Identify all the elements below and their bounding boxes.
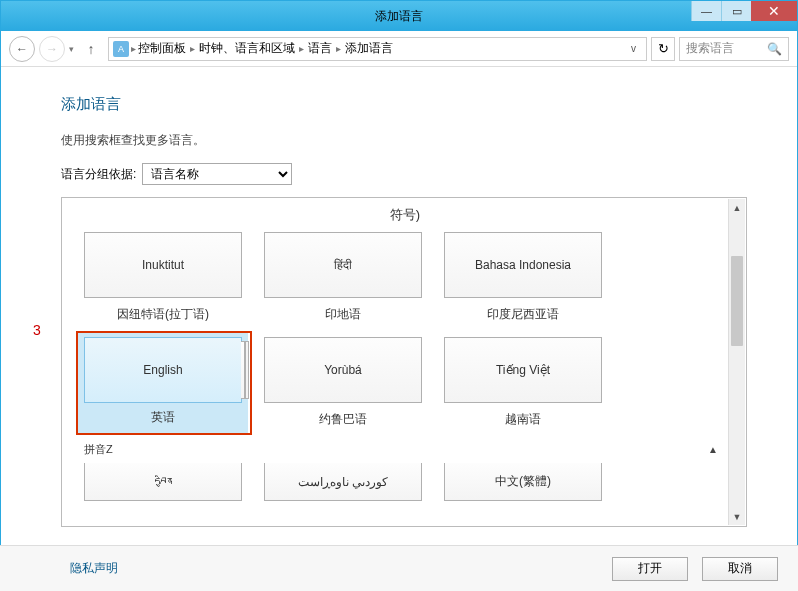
breadcrumb-item[interactable]: 添加语言 xyxy=(345,40,393,57)
maximize-button[interactable]: ▭ xyxy=(721,1,751,21)
language-label: 英语 xyxy=(84,409,242,426)
language-tile[interactable]: དབྱིན xyxy=(84,463,242,501)
section-header-label: 拼音Z xyxy=(84,442,113,457)
search-icon: 🔍 xyxy=(767,42,782,56)
annotation-marker: 3 xyxy=(33,322,41,338)
chevron-right-icon: ▸ xyxy=(336,43,341,54)
chevron-right-icon: ▸ xyxy=(190,43,195,54)
window-controls: — ▭ ✕ xyxy=(691,1,797,21)
content-area: 添加语言 使用搜索框查找更多语言。 语言分组依据: 语言名称 3 符号) Inu… xyxy=(1,67,797,537)
language-tile[interactable]: Yorùbá xyxy=(264,337,422,403)
navigation-bar: ← → ▾ ↑ A ▸ 控制面板 ▸ 时钟、语言和区域 ▸ 语言 ▸ 添加语言 … xyxy=(1,31,797,67)
breadcrumb: 控制面板 ▸ 时钟、语言和区域 ▸ 语言 ▸ 添加语言 xyxy=(138,40,393,57)
language-row: Inuktitut 因纽特语(拉丁语) हिंदी 印地语 Bahasa Ind… xyxy=(84,232,726,323)
language-item-vietnamese[interactable]: Tiếng Việt 越南语 xyxy=(444,337,602,428)
close-button[interactable]: ✕ xyxy=(751,1,797,21)
language-item-inuktitut[interactable]: Inuktitut 因纽特语(拉丁语) xyxy=(84,232,242,323)
scroll-thumb[interactable] xyxy=(731,256,743,346)
breadcrumb-item[interactable]: 时钟、语言和区域 xyxy=(199,40,295,57)
scroll-up-icon[interactable]: ▲ xyxy=(729,199,745,216)
language-tile[interactable]: English xyxy=(84,337,242,403)
language-label: 约鲁巴语 xyxy=(264,411,422,428)
footer-bar: 隐私声明 打开 取消 xyxy=(0,545,798,591)
window-title: 添加语言 xyxy=(375,8,423,25)
search-placeholder: 搜索语言 xyxy=(686,40,734,57)
up-button[interactable]: ↑ xyxy=(78,36,104,62)
chevron-right-icon: ▸ xyxy=(131,43,136,54)
vertical-scrollbar[interactable]: ▲ ▼ xyxy=(728,199,745,525)
minimize-button[interactable]: — xyxy=(691,1,721,21)
language-row: དབྱིན كوردىي ناوەڕاست 中文(繁體) xyxy=(84,463,726,501)
section-title-partial: 符号) xyxy=(84,206,726,224)
language-item-kurdish[interactable]: كوردىي ناوەڕاست xyxy=(264,463,422,501)
scroll-down-icon[interactable]: ▼ xyxy=(729,508,745,525)
language-item-tibetan[interactable]: དབྱིན xyxy=(84,463,242,501)
chevron-right-icon: ▸ xyxy=(299,43,304,54)
group-by-label: 语言分组依据: xyxy=(61,166,136,183)
privacy-link[interactable]: 隐私声明 xyxy=(70,560,118,577)
language-tile[interactable]: Bahasa Indonesia xyxy=(444,232,602,298)
open-button[interactable]: 打开 xyxy=(612,557,688,581)
page-title: 添加语言 xyxy=(61,95,747,114)
section-header-z[interactable]: 拼音Z ▲ xyxy=(84,442,726,457)
hint-text: 使用搜索框查找更多语言。 xyxy=(61,132,747,149)
language-tile[interactable]: हिंदी xyxy=(264,232,422,298)
back-button[interactable]: ← xyxy=(9,36,35,62)
cancel-button[interactable]: 取消 xyxy=(702,557,778,581)
refresh-button[interactable]: ↻ xyxy=(651,37,675,61)
language-tile[interactable]: 中文(繁體) xyxy=(444,463,602,501)
breadcrumb-item[interactable]: 控制面板 xyxy=(138,40,186,57)
language-label: 因纽特语(拉丁语) xyxy=(84,306,242,323)
language-item-english[interactable]: English 英语 xyxy=(78,333,248,434)
group-by-row: 语言分组依据: 语言名称 xyxy=(61,163,747,185)
language-label: 印度尼西亚语 xyxy=(444,306,602,323)
language-list-panel: 符号) Inuktitut 因纽特语(拉丁语) हिंदी 印地语 Bahasa… xyxy=(61,197,747,527)
scroll-track[interactable] xyxy=(729,216,745,508)
location-icon: A xyxy=(113,41,129,57)
language-item-indonesian[interactable]: Bahasa Indonesia 印度尼西亚语 xyxy=(444,232,602,323)
search-input[interactable]: 搜索语言 🔍 xyxy=(679,37,789,61)
address-bar[interactable]: A ▸ 控制面板 ▸ 时钟、语言和区域 ▸ 语言 ▸ 添加语言 v xyxy=(108,37,647,61)
title-bar: 添加语言 — ▭ ✕ xyxy=(1,1,797,31)
group-by-select[interactable]: 语言名称 xyxy=(142,163,292,185)
language-tile[interactable]: كوردىي ناوەڕاست xyxy=(264,463,422,501)
collapse-icon[interactable]: ▲ xyxy=(708,444,718,455)
language-item-hindi[interactable]: हिंदी 印地语 xyxy=(264,232,422,323)
language-item-yoruba[interactable]: Yorùbá 约鲁巴语 xyxy=(264,337,422,428)
language-tile[interactable]: Tiếng Việt xyxy=(444,337,602,403)
address-dropdown-icon[interactable]: v xyxy=(625,43,642,54)
forward-button[interactable]: → xyxy=(39,36,65,62)
language-item-chinese-traditional[interactable]: 中文(繁體) xyxy=(444,463,602,501)
breadcrumb-item[interactable]: 语言 xyxy=(308,40,332,57)
history-dropdown-icon[interactable]: ▾ xyxy=(69,44,74,54)
language-tile[interactable]: Inuktitut xyxy=(84,232,242,298)
language-label: 印地语 xyxy=(264,306,422,323)
language-row: English 英语 Yorùbá 约鲁巴语 Tiếng Việt 越南语 xyxy=(84,337,726,428)
language-label: 越南语 xyxy=(444,411,602,428)
